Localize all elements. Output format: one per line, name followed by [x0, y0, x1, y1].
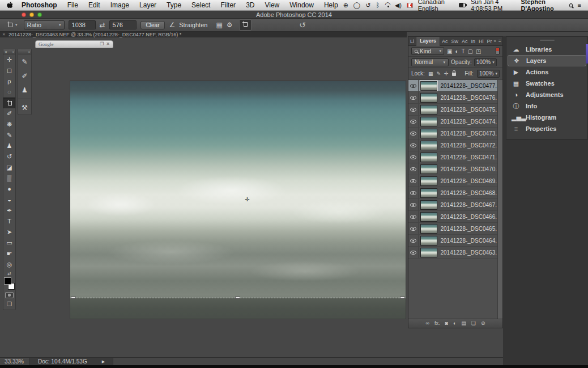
filter-adjustment-layers-icon[interactable]: ◐: [455, 48, 458, 54]
straighten-icon[interactable]: ∠: [169, 22, 175, 28]
layer-row[interactable]: 20141228-_DSC0466.NEF: [408, 211, 502, 223]
delete-cropped-pixels-toggle[interactable]: [239, 19, 252, 31]
dock-grip[interactable]: [540, 40, 555, 41]
layer-thumbnail[interactable]: [420, 164, 437, 174]
panel-libraries[interactable]: ☁ Libraries: [506, 44, 587, 55]
link-layers-button[interactable]: ∞: [426, 321, 429, 326]
filter-kind-select[interactable]: Kind ▾: [411, 47, 444, 55]
layer-row[interactable]: 20141228-_DSC0471.NEF: [408, 151, 502, 163]
tab-libraries-truncated[interactable]: Li: [408, 39, 416, 44]
brush-presets-panel-icon[interactable]: ✐: [18, 69, 31, 83]
layer-row[interactable]: 20141228-_DSC0476.NEF: [408, 92, 502, 104]
status-options-arrow-icon[interactable]: ▶: [102, 359, 105, 364]
layer-thumbnail[interactable]: [420, 81, 437, 91]
layer-thumbnail[interactable]: [420, 236, 437, 246]
clone-source-panel-icon[interactable]: ♟: [18, 83, 31, 97]
layer-thumbnail[interactable]: [420, 176, 437, 186]
layer-thumbnail[interactable]: [420, 188, 437, 198]
hand-tool[interactable]: ☛: [3, 248, 15, 259]
layer-visibility-toggle[interactable]: [408, 199, 419, 210]
document-tab-title[interactable]: 20141228-_DSC0463.NEF @ 33.3% (20141228-…: [8, 32, 181, 37]
dodge-tool[interactable]: ◒: [3, 194, 15, 205]
fill-value[interactable]: 100% ▾: [477, 70, 500, 78]
layer-visibility-toggle[interactable]: [408, 128, 419, 139]
minimize-window-button[interactable]: [29, 12, 34, 17]
path-selection-tool[interactable]: ➤: [3, 227, 15, 238]
menu-window[interactable]: Window: [284, 1, 319, 9]
menu-edit[interactable]: Edit: [83, 1, 105, 9]
spotlight-icon[interactable]: [569, 3, 573, 7]
battery-icon[interactable]: [459, 3, 466, 7]
menu-bar-clock[interactable]: Sun Jan 4 4:08:53 PM: [471, 0, 516, 12]
screen-mode-button[interactable]: ❐: [3, 301, 15, 310]
layer-row[interactable]: 20141228-_DSC0475.NEF: [408, 104, 502, 116]
menu-help[interactable]: Help: [319, 1, 343, 9]
quick-mask-button[interactable]: [5, 292, 14, 298]
reset-tool-icon[interactable]: ↺: [299, 20, 306, 29]
filter-type-layers-icon[interactable]: T: [462, 48, 465, 54]
layer-row[interactable]: 20141228-_DSC0463.NEF: [408, 247, 502, 259]
canada-flag-icon[interactable]: [407, 3, 413, 8]
zoom-window-button[interactable]: [37, 12, 42, 17]
rectangle-tool[interactable]: ▭: [3, 238, 15, 248]
volume-icon[interactable]: ◀): [395, 2, 402, 9]
layer-thumbnail[interactable]: [420, 212, 437, 222]
layers-panel-tab[interactable]: Sw: [450, 39, 461, 44]
crop-handle-center[interactable]: [235, 297, 240, 299]
google-mini-window[interactable]: Google ❐ ✕: [35, 40, 113, 48]
layer-thumbnail[interactable]: [420, 248, 437, 257]
panel-actions[interactable]: ▶ Actions: [506, 66, 587, 78]
layer-thumbnail[interactable]: [420, 141, 437, 150]
layer-visibility-toggle[interactable]: [408, 80, 419, 91]
new-group-button[interactable]: ▤: [461, 321, 466, 326]
panel-info[interactable]: ⓘ Info: [506, 100, 587, 112]
type-tool[interactable]: T: [3, 216, 15, 227]
filter-on-off-toggle[interactable]: [496, 48, 500, 54]
zoom-level-field[interactable]: 33.33%: [0, 358, 29, 365]
layer-row[interactable]: 20141228-_DSC0473.NEF: [408, 128, 502, 139]
layer-row[interactable]: 20141228-_DSC0472.NEF: [408, 139, 502, 151]
crop-height-field[interactable]: 576: [109, 20, 137, 29]
overlay-options-icon[interactable]: ▦: [216, 22, 222, 28]
layer-style-button[interactable]: fx.: [434, 321, 440, 326]
crop-handle-right[interactable]: [400, 297, 405, 299]
lock-transparency-icon[interactable]: ▦: [428, 71, 433, 77]
zoom-tool[interactable]: ◎: [3, 259, 15, 270]
move-tool[interactable]: ✛: [3, 54, 15, 65]
layers-panel-tab[interactable]: Hi: [477, 39, 485, 44]
clone-stamp-tool[interactable]: ♟: [3, 141, 15, 151]
tab-layers[interactable]: Layers: [416, 37, 440, 46]
layer-row[interactable]: 20141228-_DSC0464.NEF: [408, 235, 502, 247]
menu-layer[interactable]: Layer: [134, 1, 161, 9]
layer-row[interactable]: 20141228-_DSC0467.NEF: [408, 199, 502, 211]
menu-filter[interactable]: Filter: [215, 1, 241, 9]
delete-layer-button[interactable]: ⊘: [481, 321, 485, 326]
panel-swatches[interactable]: ▦ Swatches: [506, 78, 587, 89]
crop-settings-gear-icon[interactable]: ⚙: [227, 22, 233, 28]
layer-thumbnail[interactable]: [420, 129, 437, 138]
eraser-tool[interactable]: ◪: [3, 162, 15, 173]
clear-button[interactable]: Clear: [140, 21, 165, 29]
layers-panel-tab[interactable]: Ac: [440, 39, 450, 44]
crop-ratio-select[interactable]: Ratio ▾: [24, 20, 65, 29]
blend-mode-select[interactable]: Normal ▾: [411, 58, 449, 66]
layer-visibility-toggle[interactable]: [408, 247, 419, 258]
notification-center-icon[interactable]: ≡: [578, 2, 581, 9]
blur-tool[interactable]: ●: [3, 184, 15, 194]
layer-row[interactable]: 20141228-_DSC0468.NEF: [408, 187, 502, 199]
layer-thumbnail[interactable]: [420, 105, 437, 115]
eyedropper-tool[interactable]: ✐: [3, 108, 15, 119]
layer-row[interactable]: 20141228-_DSC0470.NEF: [408, 163, 502, 175]
brush-tool[interactable]: ✎: [3, 130, 15, 141]
close-icon[interactable]: ✕: [106, 42, 110, 46]
layer-thumbnail[interactable]: [420, 224, 437, 234]
layer-thumbnail[interactable]: [420, 200, 437, 210]
swap-dimensions-icon[interactable]: ⇄: [100, 22, 105, 28]
crop-tool[interactable]: [3, 98, 15, 108]
panel-histogram[interactable]: ▂▅▃ Histogram: [506, 112, 587, 123]
chat-icon[interactable]: ◯: [353, 2, 360, 9]
collapse-icon[interactable]: »: [28, 50, 30, 53]
filter-shape-layers-icon[interactable]: ▢: [468, 48, 473, 54]
close-document-icon[interactable]: ✕: [2, 32, 6, 37]
layer-visibility-toggle[interactable]: [408, 163, 419, 175]
